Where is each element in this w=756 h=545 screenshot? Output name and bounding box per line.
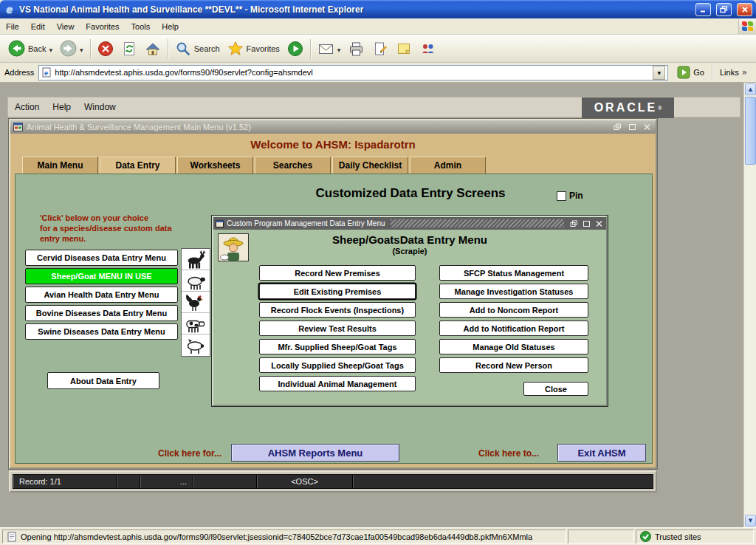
print-button[interactable] [344, 38, 368, 59]
tab-worksheets[interactable]: Worksheets [177, 157, 253, 174]
menu-tools[interactable]: Tools [126, 20, 157, 33]
go-button[interactable]: Go [673, 64, 709, 80]
bovine-menu-button[interactable]: Bovine Diseases Data Entry Menu [25, 305, 178, 321]
avian-menu-button[interactable]: Avian Health Data Entry Menu [25, 287, 178, 303]
toolbar-separator [168, 39, 168, 58]
close-button[interactable] [737, 3, 752, 16]
ahsm-reports-menu-button[interactable]: AHSM Reports Menu [231, 444, 399, 462]
record-new-premises-button[interactable]: Record New Premises [259, 265, 416, 281]
edit-existing-premises-button[interactable]: Edit Existing Premises [259, 284, 416, 299]
mail-button[interactable] [314, 38, 345, 59]
about-data-entry-button[interactable]: About Data Entry [47, 372, 159, 389]
pin-checkbox[interactable] [557, 191, 566, 201]
tab-data-entry[interactable]: Data Entry [100, 157, 176, 174]
dialog-titlebar-pattern [391, 219, 564, 227]
refresh-button[interactable] [117, 38, 141, 59]
tab-daily-checklist[interactable]: Daily Checklist [332, 157, 408, 174]
record-flock-events-button[interactable]: Record Flock Events (Inspections) [259, 302, 416, 318]
pin-control: Pin [557, 191, 583, 201]
mail-dropdown-icon[interactable] [337, 44, 341, 53]
forward-dropdown-icon[interactable] [80, 44, 83, 53]
oracle-status-bar: Record: 1/1 ... <OSC> [9, 470, 657, 493]
rooster-icon [182, 292, 210, 313]
restore-button[interactable] [716, 3, 732, 16]
cervid-menu-button[interactable]: Cervid Diseases Data Entry Menu [25, 250, 178, 266]
forward-button[interactable] [56, 38, 87, 59]
swine-menu-button[interactable]: Swine Diseases Data Entry Menu [25, 323, 178, 340]
cow-icon [182, 313, 210, 335]
favorites-button[interactable]: Favorites [224, 38, 284, 59]
home-button[interactable] [141, 38, 165, 59]
links-button[interactable]: Links [715, 66, 752, 79]
scrollbar-thumb[interactable] [745, 97, 756, 165]
sfcp-status-management-button[interactable]: SFCP Status Management [439, 265, 588, 281]
page-scrollbar[interactable]: ▲ ▼ [743, 83, 756, 527]
custom-program-dialog: Custom Program Management Data Entry Men… [212, 216, 608, 406]
exit-ahsm-button[interactable]: Exit AHSM [557, 444, 646, 462]
security-zone-cell: Trusted sites [636, 529, 754, 544]
dialog-restore-button[interactable] [569, 219, 579, 228]
instruction-text: 'Click' below on your choice for a speci… [40, 213, 193, 244]
add-to-notification-report-button[interactable]: Add to Notification Report [439, 321, 588, 336]
status-spacer-cell [568, 529, 634, 544]
status-segment [193, 475, 257, 488]
address-dropdown-icon[interactable] [653, 66, 665, 80]
menu-file[interactable]: File [0, 20, 25, 33]
scroll-down-button[interactable]: ▼ [745, 515, 756, 527]
menu-view[interactable]: View [51, 20, 80, 33]
window-close-button[interactable] [642, 123, 653, 132]
window-maximize-button[interactable] [627, 123, 638, 132]
status-segment [117, 475, 140, 488]
security-zone-label: Trusted sites [655, 532, 701, 541]
oracle-menubar: Action Help Window ORACLE® [7, 97, 740, 117]
individual-animal-management-button[interactable]: Individual Animal Management [259, 376, 416, 391]
tab-searches[interactable]: Searches [255, 157, 331, 174]
mail-icon [317, 41, 334, 57]
dialog-body: Sheep/GoatsData Entry Menu (Scrapie) Rec… [213, 230, 606, 405]
back-dropdown-icon[interactable] [49, 44, 52, 53]
form-icon [13, 123, 23, 131]
window-restore-button[interactable] [612, 123, 623, 132]
scroll-up-button[interactable]: ▲ [745, 83, 756, 95]
media-button[interactable] [284, 38, 307, 59]
address-input[interactable]: e http://ahsmdevtest.aphis.usda.gov/form… [38, 65, 668, 80]
back-button[interactable]: Back [4, 38, 56, 59]
svg-text:e: e [44, 69, 48, 77]
review-test-results-button[interactable]: Review Test Results [259, 321, 416, 336]
notes-button[interactable] [392, 38, 416, 59]
tab-main-menu[interactable]: Main Menu [22, 157, 98, 174]
edit-button[interactable] [368, 38, 392, 59]
search-button[interactable]: Search [171, 38, 224, 59]
dialog-right-column: SFCP Status Management Manage Investigat… [439, 265, 588, 376]
panel-heading: Customized Data Entry Screens [244, 186, 577, 201]
sheep-goat-menu-button[interactable]: Sheep/Goat MENU IN USE [25, 268, 178, 284]
oracle-menu-window[interactable]: Window [78, 99, 123, 115]
oracle-menu-help[interactable]: Help [46, 99, 78, 115]
record-new-person-button[interactable]: Record New Person [439, 357, 588, 373]
menu-favorites[interactable]: Favorites [80, 20, 125, 33]
oracle-logo: ORACLE® [582, 97, 674, 118]
minimize-button[interactable] [695, 3, 711, 16]
add-to-noncom-report-button[interactable]: Add to Noncom Report [439, 302, 588, 318]
ie-logo-icon: e [4, 4, 16, 16]
stop-button[interactable] [94, 38, 117, 59]
tab-admin[interactable]: Admin [410, 157, 486, 174]
trusted-sites-icon [640, 531, 651, 542]
manage-investigation-statuses-button[interactable]: Manage Investigation Statuses [439, 284, 588, 299]
go-icon [677, 66, 690, 79]
oracle-menu-action[interactable]: Action [8, 99, 46, 115]
dialog-close-action-button[interactable]: Close [523, 382, 588, 396]
menu-help[interactable]: Help [156, 20, 185, 33]
home-icon [145, 41, 161, 57]
window-title: VS National Animal Health and Surveillan… [19, 4, 690, 15]
messenger-button[interactable] [416, 38, 440, 59]
dialog-maximize-button[interactable] [582, 219, 591, 228]
manage-old-statuses-button[interactable]: Manage Old Statuses [439, 339, 588, 354]
toolbar-separator [90, 39, 91, 58]
menu-edit[interactable]: Edit [25, 20, 51, 33]
dialog-close-button[interactable] [594, 219, 604, 228]
locally-supplied-tags-button[interactable]: Locally Supplied Sheep/Goat Tags [259, 357, 416, 373]
dialog-left-column: Record New Premises Edit Existing Premis… [259, 265, 416, 394]
osc-indicator: <OSC> [257, 475, 353, 488]
mfr-supplied-tags-button[interactable]: Mfr. Supplied Sheep/Goat Tags [259, 339, 416, 354]
